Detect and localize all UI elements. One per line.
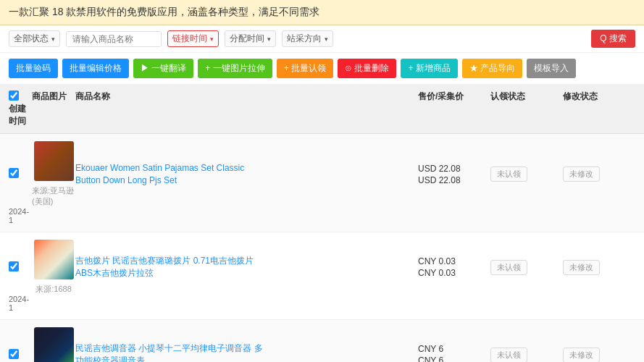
chevron-down-icon: ▾ — [210, 35, 214, 43]
product-name-cell: 吉他拨片 民谣吉他赛璐璐拨片 0.71电吉他拨片 ABS木吉他拨片拉弦 — [75, 255, 264, 279]
date-cell: 2024-1 — [9, 295, 32, 312]
table-row: 来源:1688 吉他拨片 民谣吉他赛璐璐拨片 0.71电吉他拨片 ABS木吉他拨… — [0, 232, 644, 320]
modify-status-cell: 未修改 — [563, 348, 635, 363]
product-name-search-input[interactable] — [67, 32, 161, 46]
price-cell: USD 22.08 USD 22.08 — [418, 164, 490, 185]
template-import-button[interactable]: 模板导入 — [527, 59, 576, 78]
header-checkbox-col — [9, 90, 32, 103]
batch-delete-button[interactable]: ⊙ 批量删除 — [338, 59, 396, 78]
header-image-col: 商品图片 — [32, 90, 75, 103]
price-cell: CNY 0.03 CNY 0.03 — [418, 256, 490, 278]
recognize-status-cell: 未认领 — [490, 167, 563, 182]
filter-bar: 全部状态 ▾ 链接时间 ▾ 分配时间 ▾ 站采方向 ▾ Q 搜索 — [0, 25, 644, 53]
product-image-guitar-pic — [34, 240, 74, 279]
product-guide-button[interactable]: ★ 产品导向 — [462, 59, 522, 78]
filter-product-name-input[interactable] — [66, 31, 162, 47]
row-checkbox[interactable] — [9, 349, 32, 361]
product-image-pajama — [34, 141, 74, 181]
one-click-translate-button[interactable]: ▶ 一键翻译 — [133, 59, 193, 78]
one-click-image-stretch-button[interactable]: + 一键图片拉伸 — [198, 59, 272, 78]
table-header: 商品图片 商品名称 售价/采集价 认领状态 修改状态 创建时间 — [0, 85, 644, 134]
chevron-down-icon: ▾ — [325, 35, 328, 43]
product-image-cell: 来源:1688 — [32, 327, 75, 362]
product-name-cell: 民谣吉他调音器 小提琴十二平均律电子调音器 多功能校音器调音表 — [75, 342, 264, 362]
row-checkbox[interactable] — [9, 261, 32, 274]
header-name-col: 商品名称 — [75, 90, 264, 103]
product-image-cell: 来源:1688 — [32, 240, 75, 295]
top-banner: 一款汇聚 18 款禁用软件的免费版应用，涵盖各种类型，满足不同需求 — [0, 0, 644, 25]
table-row: 来源:亚马逊(美国) Ekouaer Women Satin Pajamas S… — [0, 134, 644, 232]
chevron-down-icon: ▾ — [267, 35, 271, 43]
batch-verify-button[interactable]: 批量验码 — [9, 59, 58, 78]
batch-claim-button[interactable]: + 批量认领 — [277, 59, 333, 78]
header-recognize-col: 认领状态 — [490, 90, 563, 103]
filter-direction[interactable]: 站采方向 ▾ — [282, 30, 333, 47]
action-bar: 批量验码 批量编辑价格 ▶ 一键翻译 + 一键图片拉伸 + 批量认领 ⊙ 批量删… — [0, 53, 644, 85]
date-cell: 2024-1 — [9, 207, 32, 224]
filter-link-time[interactable]: 链接时间 ▾ — [167, 30, 219, 47]
recognize-status-cell: 未认领 — [490, 348, 563, 363]
row-checkbox[interactable] — [9, 168, 32, 180]
header-price-col: 售价/采集价 — [418, 90, 490, 103]
filter-all-status[interactable]: 全部状态 ▾ — [9, 30, 60, 47]
modify-status-cell: 未修改 — [563, 260, 635, 275]
header-date-col: 创建时间 — [9, 103, 32, 127]
header-modify-col: 修改状态 — [563, 90, 635, 103]
filter-assign-time[interactable]: 分配时间 ▾ — [225, 30, 276, 47]
product-image-tuner — [34, 327, 74, 362]
add-product-button[interactable]: + 新增商品 — [401, 59, 457, 78]
search-area: Q 搜索 — [591, 30, 635, 48]
batch-edit-price-button[interactable]: 批量编辑价格 — [62, 59, 129, 78]
recognize-status-cell: 未认领 — [490, 260, 563, 275]
price-cell: CNY 6 CNY 6 — [418, 344, 490, 362]
chevron-down-icon: ▾ — [51, 35, 55, 43]
table-row: 来源:1688 民谣吉他调音器 小提琴十二平均律电子调音器 多功能校音器调音表 … — [0, 320, 644, 362]
product-image-cell: 来源:亚马逊(美国) — [32, 141, 75, 207]
product-name-cell: Ekouaer Women Satin Pajamas Set Classic … — [75, 162, 264, 187]
search-button[interactable]: Q 搜索 — [591, 30, 635, 48]
modify-status-cell: 未修改 — [563, 167, 635, 182]
select-all-checkbox[interactable] — [9, 90, 19, 101]
